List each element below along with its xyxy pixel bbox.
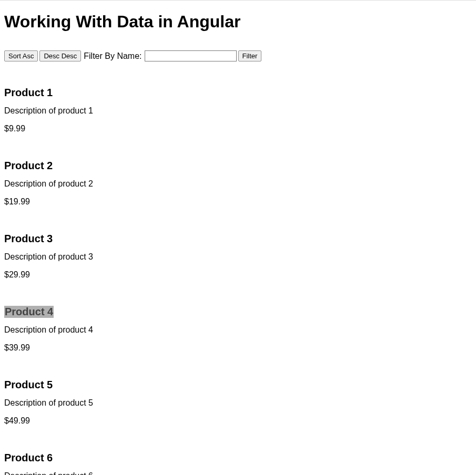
product-description: Description of product 1 xyxy=(4,106,472,116)
product-item: Product 3Description of product 3$29.99 xyxy=(4,222,472,280)
product-description: Description of product 3 xyxy=(4,252,472,262)
product-description: Description of product 4 xyxy=(4,325,472,335)
filter-button[interactable]: Filter xyxy=(238,50,262,61)
product-list: Product 1Description of product 1$9.99Pr… xyxy=(4,76,472,475)
product-item: Product 4Description of product 4$39.99 xyxy=(4,295,472,353)
sort-desc-button[interactable]: Desc Desc xyxy=(39,50,81,61)
product-item: Product 5Description of product 5$49.99 xyxy=(4,368,472,426)
product-name: Product 2 xyxy=(4,160,53,172)
filter-label: Filter By Name: xyxy=(84,51,141,61)
controls-bar: Sort Asc Desc Desc Filter By Name: Filte… xyxy=(4,50,472,61)
product-description: Description of product 2 xyxy=(4,179,472,189)
sort-asc-button[interactable]: Sort Asc xyxy=(4,50,38,61)
product-item: Product 2Description of product 2$19.99 xyxy=(4,149,472,206)
product-name: Product 3 xyxy=(4,233,53,245)
product-name: Product 6 xyxy=(4,452,53,464)
product-price: $9.99 xyxy=(4,124,472,133)
product-name: Product 4 xyxy=(4,306,54,318)
product-name: Product 5 xyxy=(4,379,53,391)
filter-input[interactable] xyxy=(145,50,237,61)
product-price: $29.99 xyxy=(4,270,472,280)
product-item: Product 1Description of product 1$9.99 xyxy=(4,76,472,133)
product-description: Description of product 6 xyxy=(4,471,472,475)
product-price: $19.99 xyxy=(4,197,472,206)
product-description: Description of product 5 xyxy=(4,398,472,408)
product-price: $49.99 xyxy=(4,416,472,426)
product-name: Product 1 xyxy=(4,87,53,99)
product-item: Product 6Description of product 6$59.99 xyxy=(4,441,472,475)
product-price: $39.99 xyxy=(4,343,472,353)
page-title: Working With Data in Angular xyxy=(4,12,472,32)
